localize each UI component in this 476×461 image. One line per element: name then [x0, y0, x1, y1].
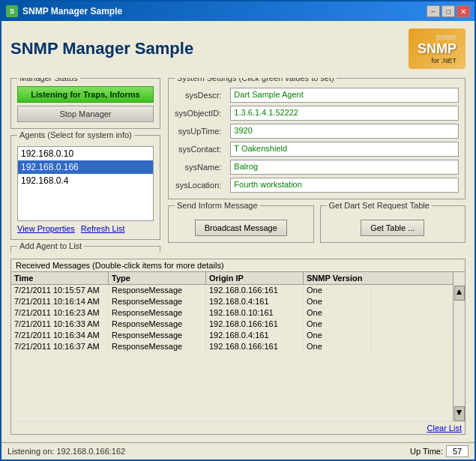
- cell-version: One: [304, 296, 371, 307]
- messages-table: Time Type Origin IP SNMP Version 7/21/20…: [11, 272, 453, 421]
- agent-item[interactable]: 192.168.0.166: [18, 160, 153, 174]
- sys-contact-label: sysContact:: [175, 145, 224, 154]
- main-grid: Manager Status Listening for Traps, Info…: [10, 78, 466, 253]
- table-row[interactable]: 7/21/2011 10:16:37 AM ResponseMessage 19…: [11, 341, 453, 352]
- maximize-button[interactable]: □: [442, 5, 455, 17]
- cell-type: ResponseMessage: [109, 319, 206, 329]
- table-body: 7/21/2011 10:15:57 AM ResponseMessage 19…: [11, 285, 453, 421]
- cell-version: One: [304, 285, 371, 295]
- cell-version: One: [304, 341, 371, 352]
- get-dart-title: Get Dart Set Request Table: [327, 201, 432, 210]
- scrollbar[interactable]: ▲ ▼: [453, 272, 465, 421]
- table-header: Time Type Origin IP SNMP Version: [11, 272, 453, 285]
- col-time: Time: [11, 272, 109, 284]
- logo-power: power: [418, 33, 457, 41]
- table-row[interactable]: 7/21/2011 10:16:34 AM ResponseMessage 19…: [11, 330, 453, 341]
- add-agent-group: Add Agent to List Add ...: [10, 246, 160, 253]
- view-properties-button[interactable]: View Properties: [17, 224, 75, 233]
- cell-type: ResponseMessage: [109, 285, 206, 295]
- cell-type: ResponseMessage: [109, 307, 206, 318]
- table-row[interactable]: 7/21/2011 10:15:57 AM ResponseMessage 19…: [11, 285, 453, 296]
- sys-descr-value[interactable]: Dart Sample Agent: [230, 88, 459, 103]
- cell-time: 7/21/2011 10:16:34 AM: [11, 330, 109, 340]
- agents-group: Agents (Select for system info) 192.168.…: [10, 135, 160, 240]
- agents-footer: View Properties Refresh List: [17, 224, 154, 233]
- cell-version: One: [304, 307, 371, 318]
- cell-type: ResponseMessage: [109, 330, 206, 340]
- agent-item[interactable]: 192.168.0.4: [18, 174, 153, 187]
- manager-status-group: Manager Status Listening for Traps, Info…: [10, 78, 160, 129]
- app-icon: S: [6, 5, 18, 17]
- cell-origin: 192.168.0.166:161: [206, 285, 304, 295]
- send-inform-title: Send Inform Message: [175, 201, 260, 210]
- sys-name-label: sysName:: [175, 163, 224, 172]
- sys-table: sysDescr: Dart Sample Agent sysObjectID:…: [175, 88, 459, 193]
- cell-origin: 192.168.0.4:161: [206, 330, 304, 340]
- cell-type: ResponseMessage: [109, 341, 206, 352]
- sys-uptime-label: sysUpTime:: [175, 127, 224, 136]
- listening-on-text: Listening on: 192.168.0.166:162: [7, 447, 125, 456]
- clear-list-button[interactable]: Clear List: [427, 424, 462, 433]
- sys-contact-value[interactable]: T Oakenshield: [230, 142, 459, 157]
- agents-title: Agents (Select for system info): [17, 130, 134, 139]
- sys-objectid-label: sysObjectID:: [175, 109, 224, 118]
- add-agent-title: Add Agent to List: [17, 241, 84, 250]
- system-settings-title: System Settings (Click green values to s…: [175, 78, 337, 82]
- title-bar: S SNMP Manager Sample − □ ✕: [1, 1, 475, 21]
- bottom-bar: Listening on: 192.168.0.166:162 Up Time:…: [1, 442, 475, 460]
- sys-objectid-value[interactable]: 1.3.6.1.4.1.52222: [230, 106, 459, 121]
- action-buttons-row: Send Inform Message Broadcast Message Ge…: [168, 205, 466, 243]
- cell-time: 7/21/2011 10:15:57 AM: [11, 285, 109, 295]
- logo-for-net: for .NET: [418, 57, 457, 64]
- listening-button[interactable]: Listening for Traps, Informs: [17, 86, 154, 103]
- window-controls: − □ ✕: [427, 5, 470, 17]
- content-area: SNMP Manager Sample power SNMP for .NET …: [1, 21, 475, 442]
- right-panel: System Settings (Click green values to s…: [168, 78, 466, 253]
- close-button[interactable]: ✕: [457, 5, 470, 17]
- messages-footer: Clear List: [11, 421, 465, 434]
- sys-name-value[interactable]: Balrog: [230, 160, 459, 175]
- messages-title: Received Messages (Double-click items fo…: [11, 259, 465, 272]
- cell-time: 7/21/2011 10:16:37 AM: [11, 341, 109, 352]
- cell-origin: 192.168.0.166:161: [206, 341, 304, 352]
- cell-origin: 192.168.0.166:161: [206, 319, 304, 329]
- col-type: Type: [109, 272, 206, 284]
- refresh-list-button[interactable]: Refresh List: [81, 224, 125, 233]
- uptime-label: Up Time:: [410, 447, 443, 456]
- cell-origin: 192.168.0.10:161: [206, 307, 304, 318]
- table-row[interactable]: 7/21/2011 10:16:23 AM ResponseMessage 19…: [11, 307, 453, 319]
- table-row[interactable]: 7/21/2011 10:16:33 AM ResponseMessage 19…: [11, 319, 453, 330]
- agents-list[interactable]: 192.168.0.10 192.168.0.166 192.168.0.4: [17, 146, 154, 221]
- cell-origin: 192.168.0.4:161: [206, 296, 304, 307]
- col-version: SNMP Version: [304, 272, 371, 284]
- header: SNMP Manager Sample power SNMP for .NET: [10, 28, 466, 69]
- sys-descr-label: sysDescr:: [175, 91, 224, 100]
- manager-status-title: Manager Status: [17, 78, 80, 82]
- sys-uptime-value[interactable]: 3920: [230, 124, 459, 139]
- cell-version: One: [304, 330, 371, 340]
- stop-manager-button[interactable]: Stop Manager: [17, 106, 154, 122]
- uptime-area: Up Time: 57: [410, 445, 469, 457]
- uptime-value: 57: [446, 445, 469, 457]
- agent-item[interactable]: 192.168.0.10: [18, 147, 153, 160]
- minimize-button[interactable]: −: [427, 5, 440, 17]
- left-panel: Manager Status Listening for Traps, Info…: [10, 78, 160, 253]
- logo-snmp: SNMP: [418, 41, 457, 57]
- cell-time: 7/21/2011 10:16:23 AM: [11, 307, 109, 318]
- get-dart-group: Get Dart Set Request Table Get Table ...: [320, 205, 466, 243]
- col-origin: Origin IP: [206, 272, 304, 284]
- cell-version: One: [304, 319, 371, 329]
- cell-time: 7/21/2011 10:16:14 AM: [11, 296, 109, 307]
- sys-location-value[interactable]: Fourth workstation: [230, 178, 459, 193]
- sys-location-label: sysLocation:: [175, 181, 224, 190]
- system-settings-group: System Settings (Click green values to s…: [168, 78, 466, 199]
- window-title: SNMP Manager Sample: [22, 6, 422, 16]
- table-row[interactable]: 7/21/2011 10:16:14 AM ResponseMessage 19…: [11, 296, 453, 307]
- app-title: SNMP Manager Sample: [10, 39, 193, 58]
- broadcast-message-button[interactable]: Broadcast Message: [195, 220, 287, 236]
- logo-area: power SNMP for .NET: [409, 28, 466, 69]
- get-table-button[interactable]: Get Table ...: [361, 220, 424, 236]
- cell-type: ResponseMessage: [109, 296, 206, 307]
- main-window: S SNMP Manager Sample − □ ✕ SNMP Manager…: [0, 0, 476, 461]
- send-inform-group: Send Inform Message Broadcast Message: [168, 205, 314, 243]
